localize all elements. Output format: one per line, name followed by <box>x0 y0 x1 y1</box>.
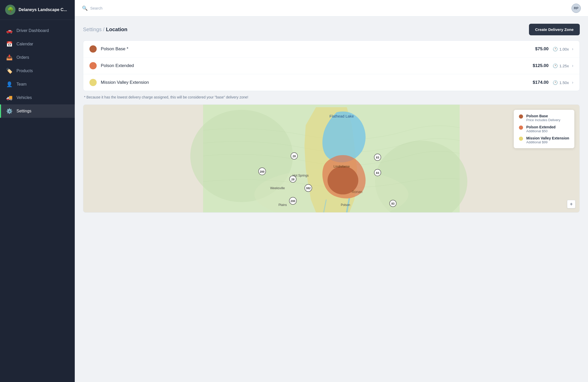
sidebar: 🌳 Delaneys Landscape C... 🚗 Driver Dashb… <box>0 0 75 382</box>
zone-name: Mission Valley Extension <box>101 80 533 85</box>
legend-color-dot <box>519 126 523 130</box>
legend-item: Polson Extended Additional $50 <box>519 125 569 133</box>
zone-row[interactable]: Polson Extended $125.00 🕐 1.25x › <box>83 57 579 74</box>
zone-price: $75.00 <box>535 46 549 52</box>
base-note: * Because it has the lowest delivery cha… <box>83 95 580 99</box>
zone-multiplier: 🕐 1.50x <box>553 80 569 85</box>
svg-text:83: 83 <box>391 202 394 205</box>
legend-item: Mission Valley Extension Additional $99 <box>519 136 569 144</box>
search-box[interactable]: 🔍 Search <box>82 5 103 11</box>
sidebar-item-label: Calendar <box>16 42 33 46</box>
clock-icon: 🕐 <box>553 80 558 85</box>
orders-icon: 📥 <box>6 54 12 61</box>
svg-text:83: 83 <box>376 171 379 175</box>
legend-text: Polson Extended Additional $50 <box>526 125 556 133</box>
svg-text:83: 83 <box>376 156 379 159</box>
legend-text: Polson Base Price Includes Delivery <box>526 114 560 122</box>
zone-row[interactable]: Mission Valley Extension $174.00 🕐 1.50x… <box>83 74 579 91</box>
zone-name: Polson Base * <box>101 46 535 52</box>
calendar-icon: 📅 <box>6 41 12 47</box>
zone-name: Polson Extended <box>101 63 533 68</box>
driver-dashboard-icon: 🚗 <box>6 28 12 34</box>
page-content: Settings / Location Create Delivery Zone… <box>75 16 588 382</box>
svg-text:28: 28 <box>293 155 296 158</box>
legend-item: Polson Base Price Includes Delivery <box>519 114 569 122</box>
svg-text:Plains: Plains <box>278 203 287 207</box>
search-placeholder: Search <box>90 6 103 10</box>
breadcrumb-separator: / <box>103 27 106 32</box>
map-legend: Polson Base Price Includes Delivery Pols… <box>514 110 574 148</box>
sidebar-item-label: Orders <box>16 55 29 60</box>
sidebar-item-label: Driver Dashboard <box>16 28 49 33</box>
clock-icon: 🕐 <box>553 63 558 68</box>
settings-icon: ⚙️ <box>6 108 12 114</box>
svg-text:382: 382 <box>306 187 311 190</box>
sidebar-nav: 🚗 Driver Dashboard 📅 Calendar 📥 Orders 🏷… <box>0 20 75 382</box>
header: 🔍 Search RP <box>75 0 588 16</box>
legend-label: Polson Base <box>526 114 560 118</box>
app-name: Delaneys Landscape C... <box>19 7 67 12</box>
svg-text:28: 28 <box>291 178 294 181</box>
app-logo-icon: 🌳 <box>5 5 15 15</box>
sidebar-item-orders[interactable]: 📥 Orders <box>0 51 75 64</box>
breadcrumb-current: Location <box>106 27 127 32</box>
zone-multiplier: 🕐 1.00x <box>553 47 569 52</box>
sidebar-item-team[interactable]: 👤 Team <box>0 78 75 91</box>
svg-text:Flathead Lake: Flathead Lake <box>329 114 354 118</box>
zone-multiplier-value: 1.00x <box>559 47 569 51</box>
zone-multiplier: 🕐 1.25x <box>553 63 569 68</box>
svg-text:Weeksville: Weeksville <box>270 186 285 190</box>
svg-text:200: 200 <box>291 200 295 203</box>
sidebar-item-label: Vehicles <box>16 95 32 100</box>
svg-text:Polson: Polson <box>341 203 350 207</box>
zone-price: $125.00 <box>533 63 549 68</box>
user-avatar[interactable]: RP <box>572 4 581 13</box>
zone-multiplier-value: 1.25x <box>559 64 569 68</box>
search-icon: 🔍 <box>82 5 88 11</box>
zone-color-dot <box>89 45 97 53</box>
legend-color-dot <box>519 137 523 141</box>
sidebar-item-vehicles[interactable]: 🚚 Vehicles <box>0 91 75 104</box>
breadcrumb-parent: Settings <box>83 27 102 32</box>
zone-price: $174.00 <box>533 80 549 85</box>
zoom-in-button[interactable]: + <box>567 200 575 208</box>
team-icon: 👤 <box>6 81 12 87</box>
zone-row[interactable]: Polson Base * $75.00 🕐 1.00x › <box>83 41 579 57</box>
svg-text:Hot Springs: Hot Springs <box>293 174 309 177</box>
zones-list: Polson Base * $75.00 🕐 1.00x › Polson Ex… <box>83 40 580 91</box>
create-delivery-zone-button[interactable]: Create Delivery Zone <box>529 24 580 35</box>
chevron-right-icon: › <box>572 47 573 51</box>
breadcrumb: Settings / Location <box>83 27 127 32</box>
sidebar-item-label: Products <box>16 69 33 73</box>
legend-label: Mission Valley Extension <box>526 136 569 140</box>
legend-sublabel: Additional $50 <box>526 129 556 133</box>
products-icon: 🏷️ <box>6 68 12 74</box>
sidebar-logo: 🌳 Delaneys Landscape C... <box>0 0 75 20</box>
svg-text:Lindisfarne: Lindisfarne <box>334 164 350 168</box>
sidebar-item-products[interactable]: 🏷️ Products <box>0 64 75 78</box>
legend-text: Mission Valley Extension Additional $99 <box>526 136 569 144</box>
zone-color-dot <box>89 79 97 86</box>
main-content: 🔍 Search RP Settings / Location Create D… <box>75 0 588 382</box>
clock-icon: 🕐 <box>553 47 558 52</box>
svg-text:200: 200 <box>260 170 264 173</box>
sidebar-item-label: Team <box>16 82 27 87</box>
legend-sublabel: Additional $99 <box>526 140 569 144</box>
vehicles-icon: 🚚 <box>6 95 12 101</box>
legend-color-dot <box>519 114 523 119</box>
map-container: 200 28 28 382 200 83 83 83 Flathead Lake… <box>83 104 580 213</box>
sidebar-item-calendar[interactable]: 📅 Calendar <box>0 37 75 51</box>
sidebar-item-settings[interactable]: ⚙️ Settings <box>0 104 75 118</box>
legend-sublabel: Price Includes Delivery <box>526 118 560 122</box>
chevron-right-icon: › <box>572 63 573 68</box>
chevron-right-icon: › <box>572 80 573 85</box>
zone-color-dot <box>89 62 97 69</box>
legend-label: Polson Extended <box>526 125 556 129</box>
zone-multiplier-value: 1.50x <box>559 80 569 85</box>
sidebar-item-label: Settings <box>16 109 31 113</box>
svg-text:Ronan: Ronan <box>352 190 362 194</box>
page-header: Settings / Location Create Delivery Zone <box>83 24 580 35</box>
sidebar-item-driver-dashboard[interactable]: 🚗 Driver Dashboard <box>0 24 75 37</box>
map-svg: 200 28 28 382 200 83 83 83 Flathead Lake… <box>83 105 579 212</box>
